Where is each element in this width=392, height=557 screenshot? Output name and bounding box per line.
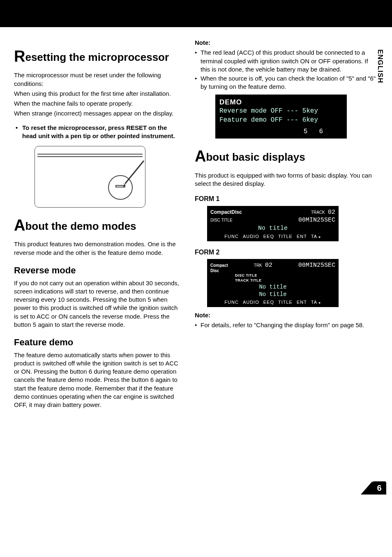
lcd-line2: Feature demo OFF --- 6key	[219, 116, 343, 125]
note1-label: Note:	[195, 39, 376, 47]
reset-cond2: When the machine fails to operate proper…	[14, 99, 182, 108]
basic-displays-text: This product is equipped with two forms …	[195, 171, 376, 188]
d1-time: 00MIN25SEC	[298, 216, 335, 224]
d1-center: No title	[210, 224, 335, 233]
page-number: 6	[372, 481, 386, 495]
d2-row1: No title	[210, 283, 335, 291]
reset-cond1: When using this product for the first ti…	[14, 90, 182, 98]
d1-top-left: CompactDisc	[210, 209, 242, 216]
note2-item1: For details, refer to "Changing the disp…	[201, 321, 364, 329]
d2-row2: No title	[210, 291, 335, 298]
heading-feature-demo: Feature demo	[14, 336, 182, 349]
reset-instruction-text: To reset the microprocessor, press RESET…	[22, 124, 182, 141]
d2-trk-num: 02	[265, 262, 272, 269]
left-column: Resetting the microprocessor The micropr…	[14, 39, 182, 411]
svg-line-0	[125, 161, 144, 183]
header-black-band	[0, 0, 392, 27]
note1-item2: When the source is off, you can check th…	[201, 74, 376, 91]
reset-instruction-bullet: • To reset the microprocessor, press RES…	[14, 124, 182, 141]
form2-display: Compact Disc TRK 02 00MIN25SEC DISC TITL…	[207, 259, 339, 307]
heading-demo-modes: About the demo modes	[14, 215, 182, 236]
note1-list: •The red lead (ACC) of this product shou…	[195, 49, 376, 91]
lcd-line1: Reverse mode OFF --- 5key	[219, 107, 343, 116]
d2-track-title-label: TRACK TITLE	[210, 278, 335, 283]
heading-resetting: Resetting the microprocessor	[14, 46, 182, 67]
heading-basic-displays: About basic displays	[195, 146, 376, 167]
demo-lcd-screenshot: DEMO Reverse mode OFF --- 5key Feature d…	[215, 95, 347, 139]
note1-item1: The red lead (ACC) of this product shoul…	[201, 49, 376, 74]
d2-time: 00MIN25SEC	[298, 261, 335, 270]
reset-cond3: When strange (incorrect) messages appear…	[14, 109, 182, 118]
reset-illustration	[35, 146, 145, 208]
form2-label: FORM 2	[195, 248, 376, 257]
d2-top-left: Compact Disc	[210, 263, 228, 273]
pen-icon	[113, 159, 146, 192]
form1-display: CompactDisc TRACK 02 DISC TITLE 00MIN25S…	[207, 206, 339, 241]
note2-label: Note:	[195, 311, 376, 319]
heading-reverse-mode: Reverse mode	[14, 264, 182, 277]
feature-demo-text: The feature demo automatically starts wh…	[14, 351, 182, 409]
d1-track-num: 02	[328, 209, 335, 216]
d1-track-label: TRACK	[311, 210, 325, 215]
page-number-container: 6	[0, 481, 392, 497]
d2-disc-title-label: DISC TITLE	[210, 273, 335, 278]
svg-line-1	[123, 183, 125, 187]
lcd-header: DEMO	[219, 98, 343, 107]
d2-bottom-row: FUNC AUDIO EEQ TITLE ENT TA	[210, 299, 335, 305]
d1-bottom-row: FUNC AUDIO EEQ TITLE ENT TA	[210, 233, 335, 240]
d2-trk-label: TRK	[254, 263, 262, 268]
right-column: Note: •The red lead (ACC) of this produc…	[195, 39, 376, 411]
lcd-digits: 56	[219, 127, 343, 136]
reverse-mode-text: If you do not carry out an operation wit…	[14, 279, 182, 329]
d1-disc-title: DISC TITLE	[210, 217, 233, 223]
form1-label: FORM 1	[195, 194, 376, 203]
reset-intro: The microprocessor must be reset under t…	[14, 71, 182, 88]
bullet-dot: •	[14, 124, 22, 141]
language-tab: ENGLISH	[375, 49, 385, 83]
page-body: Resetting the microprocessor The micropr…	[0, 27, 392, 411]
demo-intro: This product features two demonstration …	[14, 240, 182, 257]
note2-list: •For details, refer to "Changing the dis…	[195, 321, 376, 329]
